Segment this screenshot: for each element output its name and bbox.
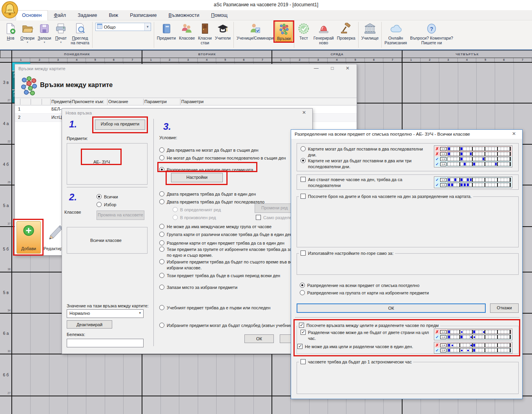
condition-option[interactable]: Избраните предмети трябва да бъдат по съ… — [159, 259, 292, 271]
tab-възможности[interactable]: Възможности — [162, 11, 205, 20]
cancel-button[interactable]: Откажи — [490, 303, 519, 313]
ribbon-button-print-preview[interactable]: Преглед на печата — [69, 21, 91, 45]
app-logo-icon[interactable]: aSc — [1, 1, 18, 19]
days-count-checkbox[interactable]: Посочете броя на дните и броя на часовет… — [299, 194, 473, 200]
not-two-three-radio[interactable]: Картите не могат да бъдат поставяни в дв… — [301, 158, 412, 170]
radio-button[interactable] — [159, 305, 164, 310]
condition-option[interactable]: Двата предмета трябва да бъдат в един де… — [159, 191, 256, 197]
close-icon[interactable]: ✕ — [297, 109, 311, 117]
radio-button[interactable] — [159, 147, 164, 153]
condition-option[interactable]: Тези предмети за групите от изброените к… — [159, 247, 292, 258]
radio-button[interactable] — [159, 247, 164, 252]
deactivate-button[interactable]: Деактивирай — [67, 320, 112, 329]
tab-помощ[interactable]: Помощ — [205, 11, 233, 20]
radio-button[interactable] — [159, 199, 164, 204]
condition-option[interactable]: Избраните предмети могат да бъдат следоб… — [159, 323, 292, 329]
class-row-label[interactable]: 3 в — [1, 80, 11, 85]
condition-option[interactable]: Не могат да бъдат поставени последовател… — [159, 155, 286, 161]
each-subject-radio[interactable]: Разпределение на всеки предмет от списък… — [300, 283, 419, 289]
close-icon[interactable]: ✕ — [507, 130, 521, 138]
column-header[interactable]: Предмети — [51, 99, 71, 104]
group-cards-radio[interactable]: Разпределение на групата от карти на изб… — [300, 290, 429, 296]
radio-button[interactable] — [159, 273, 164, 278]
class-row-label[interactable]: 4 а — [1, 121, 11, 126]
condition-option[interactable]: Разделени карти от един предмет трябва д… — [159, 240, 284, 246]
class-row-label[interactable]: 6 а — [1, 331, 11, 336]
maximize-button[interactable]: □ — [326, 64, 339, 73]
condition-option[interactable]: Учебният предмет трябва да е първи или п… — [159, 305, 270, 311]
condition-option[interactable]: Два предмета не могат да бъдат в същия д… — [159, 147, 259, 153]
link-whole-split-checkbox[interactable]: Посочете връзката между целите и разделе… — [297, 323, 440, 329]
settings-only-checkbox[interactable]: Използвайте настройките по-горе само за: — [299, 251, 395, 256]
tab-файл[interactable]: Файл — [48, 11, 72, 20]
condition-option[interactable]: Разпределение на картите през седмицата — [159, 167, 253, 173]
astronomical-checkbox[interactable]: часовете трябва да бъдат до 1 астрономич… — [299, 359, 413, 365]
condition-option[interactable]: Не може да има междучасие между група от… — [159, 224, 271, 230]
ribbon-button-floppy[interactable]: Запази▾ — [36, 21, 53, 44]
close-icon[interactable]: ✕ — [341, 64, 354, 73]
column-header[interactable]: Описание — [108, 99, 128, 104]
ribbon-button-molecule[interactable]: Връзки — [275, 21, 293, 42]
chevron-down-icon[interactable]: ▾ — [27, 41, 28, 44]
importance-dropdown[interactable]: Нормално ▾ — [67, 309, 144, 318]
ribbon-button-school[interactable]: Училище — [360, 21, 380, 41]
distribution-titlebar[interactable]: Разпределение на всеки предмет от списък… — [291, 130, 522, 139]
note-input[interactable] — [67, 339, 144, 347]
ribbon-button-siren[interactable]: Генерирай ново — [312, 21, 335, 45]
class-row-label[interactable]: 4 б — [1, 162, 11, 167]
ribbon-button-printer[interactable]: Печат▾ — [53, 21, 69, 44]
tab-main[interactable]: Основен — [16, 10, 48, 20]
class-row-label[interactable]: 5 в — [1, 290, 11, 295]
ribbon-button-student-check[interactable]: Ученици/Семинари — [235, 21, 275, 41]
minimize-button[interactable]: — — [310, 64, 323, 73]
column-header[interactable]: Параметри — [181, 99, 204, 104]
ribbon-button-new-doc[interactable]: Нов — [2, 21, 19, 41]
chevron-down-icon[interactable]: ▼ — [144, 23, 151, 31]
class-row-label[interactable]: 6 б — [1, 372, 11, 377]
split-sides-checkbox[interactable]: Разделени часове може да не бъдат от две… — [301, 330, 429, 341]
ribbon-button-gavel[interactable]: Проверка — [335, 21, 357, 41]
chevron-down-icon[interactable]: ▾ — [44, 41, 45, 44]
chevron-down-icon[interactable]: ▾ — [60, 41, 62, 44]
condition-option[interactable]: Запази място за избрани предмети — [159, 285, 237, 291]
ribbon-button-test-badge[interactable]: Тест — [295, 21, 312, 41]
class-row-label[interactable]: 5 б — [1, 247, 11, 251]
tab-разписание[interactable]: Разписание — [124, 11, 162, 20]
new-link-titlebar[interactable]: Нова връзка ✕ — [62, 109, 312, 118]
classes-select-radio[interactable]: Избор — [97, 202, 116, 208]
radio-button[interactable] — [159, 224, 164, 229]
ok-button[interactable]: ОК — [244, 334, 274, 343]
ribbon-button-grad-cap[interactable]: Учители — [213, 21, 232, 41]
ribbon-button-book[interactable]: Предмети — [155, 21, 178, 41]
ribbon-button-students[interactable]: Класове — [177, 21, 197, 41]
settings-button[interactable]: Настройки — [171, 173, 223, 182]
class-row-label[interactable]: 5 а — [1, 203, 11, 208]
no-whole-split-checkbox[interactable]: Не може да има цели и разделени часове в… — [297, 344, 413, 350]
radio-button[interactable] — [159, 285, 164, 290]
tab-задание[interactable]: Задание — [72, 11, 103, 20]
ribbon-button-question[interactable]: ?Въпроси? Коментари? Пишете ни — [408, 21, 455, 45]
add-link-button[interactable]: Добави — [16, 221, 41, 254]
two-days-radio[interactable]: Картите могат да бъдат поставяни в два п… — [301, 146, 423, 158]
links-dialog-titlebar[interactable]: Връзки между картите — □ ✕ — [15, 64, 357, 73]
ok-button[interactable]: ОК — [297, 303, 486, 313]
classes-all-radio[interactable]: Всички — [97, 194, 118, 200]
ribbon-button-door[interactable]: Класни стаи — [197, 21, 213, 45]
column-header[interactable]: Приложете към: — [72, 99, 104, 104]
radio-button[interactable] — [159, 323, 164, 328]
condition-option[interactable]: Групата карти от различни класове трябва… — [159, 232, 292, 238]
view-selector-dropdown[interactable]: Общо▼ — [95, 23, 151, 31]
radio-button[interactable] — [159, 167, 164, 172]
radio-button[interactable] — [159, 240, 164, 245]
ribbon-button-cloud[interactable]: Онлайн Разписания — [383, 21, 408, 45]
more-consecutive-checkbox[interactable]: Ако станат повече часове на ден, трябва … — [301, 177, 402, 189]
condition-option[interactable]: Този предмет трябва да бъде в същия пери… — [159, 273, 280, 279]
select-subjects-button[interactable]: Избор на предмети — [95, 120, 145, 130]
tab-виж[interactable]: Виж — [103, 11, 124, 20]
column-header[interactable]: Параметри — [144, 99, 167, 104]
ribbon-button-folder[interactable]: Отвори▾ — [19, 21, 36, 44]
radio-button[interactable] — [159, 259, 164, 264]
radio-button[interactable] — [159, 191, 164, 196]
radio-button[interactable] — [159, 232, 164, 237]
condition-option[interactable]: Двата предмета трябва да бъдат последова… — [159, 199, 264, 205]
